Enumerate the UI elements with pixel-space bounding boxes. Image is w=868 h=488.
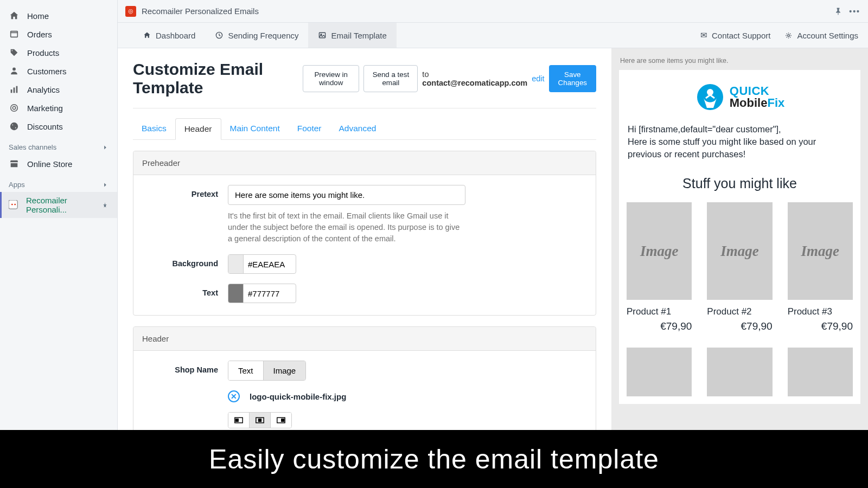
- sidebar-item-label: Orders: [27, 30, 52, 39]
- preview-product: Image Product #3 €79,90: [788, 202, 853, 332]
- color-hex-input[interactable]: [244, 260, 296, 269]
- more-icon[interactable]: •••: [849, 7, 860, 16]
- user-icon: [9, 66, 20, 76]
- app-title: Recomailer Personalized Emails: [142, 7, 259, 16]
- subtab-header[interactable]: Header: [175, 118, 221, 140]
- pin-icon[interactable]: [101, 202, 108, 209]
- image-placeholder: [627, 348, 692, 396]
- align-center-option[interactable]: [249, 413, 270, 428]
- preheader-panel: Preheader Pretext It's the first bit of …: [133, 151, 596, 316]
- image-placeholder: Image: [627, 202, 692, 300]
- sidebar-item-products[interactable]: Products: [0, 43, 117, 62]
- chevron-right-icon[interactable]: [102, 182, 108, 188]
- sidebar-item-label: Customers: [27, 67, 67, 76]
- sidebar-item-online-store[interactable]: Online Store: [0, 155, 117, 173]
- tab-dashboard[interactable]: Dashboard: [133, 23, 205, 48]
- tab-email-template[interactable]: Email Template: [308, 23, 396, 48]
- preview-button[interactable]: Preview in window: [303, 65, 359, 92]
- sidebar-section-sales: Sales channels: [0, 136, 117, 155]
- preview-heading: Stuff you might like: [627, 176, 853, 191]
- sidebar-item-recomailer[interactable]: Recomailer Personali...: [0, 192, 117, 218]
- subtab-basics[interactable]: Basics: [133, 118, 175, 139]
- page-title: Customize Email Template: [133, 60, 303, 97]
- image-placeholder: [707, 348, 772, 396]
- panel-title: Header: [133, 327, 596, 351]
- svg-point-6: [12, 106, 15, 109]
- image-placeholder: [788, 348, 853, 396]
- preview-greeting: Hi [firstname,default="dear customer"],: [628, 123, 852, 136]
- sidebar-item-home[interactable]: Home: [0, 7, 117, 25]
- promo-banner: Easily customize the email template: [0, 430, 868, 488]
- subtab-footer[interactable]: Footer: [289, 118, 330, 139]
- shopname-image-option[interactable]: Image: [263, 361, 306, 380]
- svg-point-10: [14, 204, 16, 206]
- sidebar-item-customers[interactable]: Customers: [0, 62, 117, 80]
- svg-rect-2: [11, 89, 12, 93]
- svg-point-5: [11, 105, 18, 112]
- logo-align-toggle: [228, 412, 292, 428]
- subtab-advanced[interactable]: Advanced: [330, 118, 385, 139]
- image-placeholder: Image: [788, 202, 853, 300]
- tag-icon: [9, 47, 20, 58]
- sidebar-item-label: Marketing: [27, 104, 63, 113]
- sidebar-item-label: Home: [27, 11, 49, 21]
- text-color-input[interactable]: [228, 284, 296, 303]
- orders-icon: [9, 29, 20, 40]
- chart-icon: [9, 84, 20, 95]
- text-label: Text: [143, 284, 228, 303]
- sidebar-item-marketing[interactable]: Marketing: [0, 99, 117, 117]
- svg-point-9: [11, 204, 13, 206]
- chevron-right-icon[interactable]: [102, 144, 108, 151]
- pretext-label: Pretext: [143, 185, 228, 245]
- shopname-text-option[interactable]: Text: [228, 361, 263, 380]
- home-icon: [143, 31, 151, 40]
- pin-icon[interactable]: [834, 7, 843, 16]
- email-preview: Here are some items you might like. QUIC…: [611, 48, 868, 488]
- shopname-toggle: Text Image: [228, 361, 306, 381]
- color-swatch[interactable]: [228, 255, 244, 273]
- sidebar-item-orders[interactable]: Orders: [0, 25, 117, 43]
- edit-recipient-link[interactable]: edit: [532, 74, 544, 83]
- sidebar-item-discounts[interactable]: Discounts: [0, 117, 117, 136]
- contact-support-link[interactable]: ✉ Contact Support: [700, 30, 770, 40]
- preview-logo: QUICK MobileFix: [627, 82, 853, 112]
- svg-rect-18: [235, 419, 238, 422]
- clock-icon: [215, 31, 224, 40]
- svg-rect-0: [11, 31, 18, 37]
- subtab-main-content[interactable]: Main Content: [221, 118, 289, 139]
- background-label: Background: [143, 254, 228, 274]
- color-hex-input[interactable]: [244, 289, 296, 298]
- svg-point-1: [12, 68, 16, 71]
- logo-filename: logo-quick-mobile-fix.jpg: [250, 392, 346, 401]
- tab-sending-frequency[interactable]: Sending Frequency: [205, 23, 308, 48]
- background-color-input[interactable]: [228, 254, 296, 274]
- recipient-email: contact@recomaticapp.com: [422, 79, 527, 87]
- preview-intro: Here is some stuff you might like based …: [628, 136, 852, 160]
- sidebar-item-label: Analytics: [27, 85, 60, 94]
- svg-rect-3: [14, 87, 15, 93]
- sidebar-item-analytics[interactable]: Analytics: [0, 80, 117, 99]
- app-badge-icon: ◎: [125, 6, 136, 17]
- save-button[interactable]: Save Changes: [549, 65, 596, 92]
- store-icon: [9, 158, 20, 169]
- preview-product: Image Product #2 €79,90: [707, 202, 772, 332]
- home-icon: [9, 10, 20, 21]
- target-icon: [9, 102, 20, 113]
- sidebar-section-apps: Apps: [0, 173, 117, 192]
- pretext-input[interactable]: [228, 185, 465, 205]
- color-swatch[interactable]: [228, 284, 244, 303]
- send-test-button[interactable]: Send a test email: [363, 65, 418, 92]
- tabbar: Dashboard Sending Frequency Email Templa…: [118, 23, 868, 48]
- align-left-option[interactable]: [228, 413, 249, 428]
- svg-point-7: [10, 123, 18, 130]
- sidebar-item-label: Products: [27, 48, 59, 57]
- svg-rect-4: [16, 86, 18, 93]
- account-settings-link[interactable]: Account Settings: [784, 31, 858, 40]
- gear-icon: [784, 31, 793, 40]
- image-icon: [318, 31, 327, 40]
- pretext-help: It's the first bit of text in the email.…: [228, 210, 465, 245]
- align-right-option[interactable]: [270, 413, 291, 428]
- preview-product: Image Product #1 €79,90: [627, 202, 692, 332]
- remove-file-icon[interactable]: ✕: [228, 390, 240, 402]
- svg-rect-12: [838, 12, 839, 15]
